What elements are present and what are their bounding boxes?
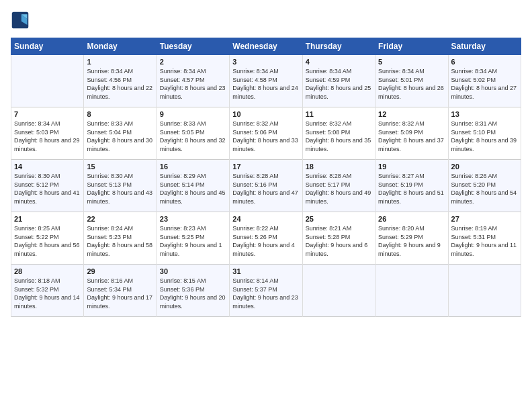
day-info: Sunrise: 8:25 AMSunset: 5:22 PMDaylight:… — [14, 224, 81, 258]
day-number: 28 — [14, 267, 81, 275]
day-number: 16 — [160, 163, 226, 171]
calendar-cell: 18Sunrise: 8:28 AMSunset: 5:17 PMDayligh… — [302, 160, 375, 212]
day-number: 21 — [14, 215, 81, 223]
day-number: 7 — [14, 110, 81, 118]
day-number: 2 — [160, 58, 226, 66]
calendar-cell: 15Sunrise: 8:30 AMSunset: 5:13 PMDayligh… — [84, 160, 157, 212]
day-number: 29 — [87, 267, 153, 275]
calendar-cell: 4Sunrise: 8:34 AMSunset: 4:59 PMDaylight… — [302, 55, 375, 107]
day-info: Sunrise: 8:29 AMSunset: 5:14 PMDaylight:… — [160, 172, 226, 205]
day-number: 23 — [160, 215, 226, 223]
day-number: 25 — [306, 215, 372, 223]
day-header-saturday: Saturday — [448, 38, 521, 55]
day-info: Sunrise: 8:30 AMSunset: 5:12 PMDaylight:… — [14, 172, 81, 205]
calendar-table: SundayMondayTuesdayWednesdayThursdayFrid… — [11, 38, 521, 317]
logo — [11, 11, 32, 30]
day-info: Sunrise: 8:32 AMSunset: 5:06 PMDaylight:… — [232, 120, 299, 153]
day-header-thursday: Thursday — [302, 38, 375, 55]
day-info: Sunrise: 8:15 AMSunset: 5:36 PMDaylight:… — [160, 277, 226, 310]
day-info: Sunrise: 8:34 AMSunset: 4:56 PMDaylight:… — [87, 67, 153, 101]
day-number: 5 — [378, 58, 445, 66]
day-info: Sunrise: 8:34 AMSunset: 5:01 PMDaylight:… — [378, 67, 445, 101]
day-info: Sunrise: 8:21 AMSunset: 5:28 PMDaylight:… — [306, 224, 372, 258]
calendar-cell: 26Sunrise: 8:20 AMSunset: 5:29 PMDayligh… — [375, 212, 448, 265]
day-number: 17 — [232, 163, 299, 171]
day-info: Sunrise: 8:33 AMSunset: 5:04 PMDaylight:… — [87, 120, 153, 153]
day-number: 13 — [451, 110, 518, 118]
calendar-cell: 8Sunrise: 8:33 AMSunset: 5:04 PMDaylight… — [84, 107, 157, 160]
calendar-cell: 11Sunrise: 8:32 AMSunset: 5:08 PMDayligh… — [302, 107, 375, 160]
calendar-cell — [448, 265, 521, 317]
day-header-friday: Friday — [375, 38, 448, 55]
day-number: 18 — [306, 163, 372, 171]
calendar-week-3: 14Sunrise: 8:30 AMSunset: 5:12 PMDayligh… — [11, 160, 521, 212]
calendar-cell: 17Sunrise: 8:28 AMSunset: 5:16 PMDayligh… — [230, 160, 302, 212]
calendar-cell: 12Sunrise: 8:32 AMSunset: 5:09 PMDayligh… — [375, 107, 448, 160]
calendar-cell: 20Sunrise: 8:26 AMSunset: 5:20 PMDayligh… — [448, 160, 521, 212]
day-info: Sunrise: 8:34 AMSunset: 5:03 PMDaylight:… — [14, 120, 81, 153]
day-number: 9 — [160, 110, 226, 118]
day-number: 3 — [232, 58, 299, 66]
day-info: Sunrise: 8:24 AMSunset: 5:23 PMDaylight:… — [87, 224, 153, 258]
day-info: Sunrise: 8:19 AMSunset: 5:31 PMDaylight:… — [451, 224, 518, 258]
day-number: 30 — [160, 267, 226, 275]
calendar-cell: 2Sunrise: 8:34 AMSunset: 4:57 PMDaylight… — [157, 55, 229, 107]
calendar-cell: 23Sunrise: 8:23 AMSunset: 5:25 PMDayligh… — [157, 212, 229, 265]
day-info: Sunrise: 8:28 AMSunset: 5:17 PMDaylight:… — [306, 172, 372, 205]
day-number: 10 — [232, 110, 299, 118]
day-number: 27 — [451, 215, 518, 223]
calendar-cell: 14Sunrise: 8:30 AMSunset: 5:12 PMDayligh… — [11, 160, 84, 212]
day-header-wednesday: Wednesday — [230, 38, 302, 55]
day-info: Sunrise: 8:16 AMSunset: 5:34 PMDaylight:… — [87, 277, 153, 310]
day-number: 24 — [232, 215, 299, 223]
logo-icon — [11, 11, 30, 30]
calendar-cell: 3Sunrise: 8:34 AMSunset: 4:58 PMDaylight… — [230, 55, 302, 107]
calendar-cell: 5Sunrise: 8:34 AMSunset: 5:01 PMDaylight… — [375, 55, 448, 107]
calendar-week-4: 21Sunrise: 8:25 AMSunset: 5:22 PMDayligh… — [11, 212, 521, 265]
calendar-cell: 27Sunrise: 8:19 AMSunset: 5:31 PMDayligh… — [448, 212, 521, 265]
day-number: 14 — [14, 163, 81, 171]
day-header-monday: Monday — [84, 38, 157, 55]
calendar-week-1: 1Sunrise: 8:34 AMSunset: 4:56 PMDaylight… — [11, 55, 521, 107]
calendar-cell — [11, 55, 84, 107]
calendar-cell: 9Sunrise: 8:33 AMSunset: 5:05 PMDaylight… — [157, 107, 229, 160]
day-info: Sunrise: 8:32 AMSunset: 5:08 PMDaylight:… — [306, 120, 372, 153]
day-info: Sunrise: 8:14 AMSunset: 5:37 PMDaylight:… — [232, 277, 299, 310]
day-info: Sunrise: 8:34 AMSunset: 4:58 PMDaylight:… — [232, 67, 299, 101]
calendar-cell: 24Sunrise: 8:22 AMSunset: 5:26 PMDayligh… — [230, 212, 302, 265]
day-info: Sunrise: 8:20 AMSunset: 5:29 PMDaylight:… — [378, 224, 445, 258]
day-info: Sunrise: 8:33 AMSunset: 5:05 PMDaylight:… — [160, 120, 226, 153]
calendar-cell: 25Sunrise: 8:21 AMSunset: 5:28 PMDayligh… — [302, 212, 375, 265]
day-info: Sunrise: 8:26 AMSunset: 5:20 PMDaylight:… — [451, 172, 518, 205]
calendar-cell: 16Sunrise: 8:29 AMSunset: 5:14 PMDayligh… — [157, 160, 229, 212]
day-number: 20 — [451, 163, 518, 171]
calendar-cell: 1Sunrise: 8:34 AMSunset: 4:56 PMDaylight… — [84, 55, 157, 107]
day-number: 31 — [232, 267, 299, 275]
day-number: 8 — [87, 110, 153, 118]
calendar-cell: 19Sunrise: 8:27 AMSunset: 5:19 PMDayligh… — [375, 160, 448, 212]
day-number: 22 — [87, 215, 153, 223]
day-number: 6 — [451, 58, 518, 66]
day-info: Sunrise: 8:34 AMSunset: 4:59 PMDaylight:… — [306, 67, 372, 101]
day-info: Sunrise: 8:34 AMSunset: 4:57 PMDaylight:… — [160, 67, 226, 101]
calendar-cell: 7Sunrise: 8:34 AMSunset: 5:03 PMDaylight… — [11, 107, 84, 160]
day-info: Sunrise: 8:32 AMSunset: 5:09 PMDaylight:… — [378, 120, 445, 153]
day-number: 1 — [87, 58, 153, 66]
day-header-sunday: Sunday — [11, 38, 84, 55]
day-number: 11 — [306, 110, 372, 118]
day-info: Sunrise: 8:34 AMSunset: 5:02 PMDaylight:… — [451, 67, 518, 101]
calendar-header: SundayMondayTuesdayWednesdayThursdayFrid… — [11, 38, 521, 55]
day-info: Sunrise: 8:27 AMSunset: 5:19 PMDaylight:… — [378, 172, 445, 205]
day-info: Sunrise: 8:30 AMSunset: 5:13 PMDaylight:… — [87, 172, 153, 205]
calendar-cell: 6Sunrise: 8:34 AMSunset: 5:02 PMDaylight… — [448, 55, 521, 107]
calendar-cell: 21Sunrise: 8:25 AMSunset: 5:22 PMDayligh… — [11, 212, 84, 265]
calendar-cell — [302, 265, 375, 317]
day-number: 26 — [378, 215, 445, 223]
day-info: Sunrise: 8:22 AMSunset: 5:26 PMDaylight:… — [232, 224, 299, 258]
page-container: SundayMondayTuesdayWednesdayThursdayFrid… — [0, 0, 532, 322]
calendar-cell: 22Sunrise: 8:24 AMSunset: 5:23 PMDayligh… — [84, 212, 157, 265]
calendar-cell: 30Sunrise: 8:15 AMSunset: 5:36 PMDayligh… — [157, 265, 229, 317]
calendar-cell: 29Sunrise: 8:16 AMSunset: 5:34 PMDayligh… — [84, 265, 157, 317]
day-number: 12 — [378, 110, 445, 118]
calendar-cell — [375, 265, 448, 317]
